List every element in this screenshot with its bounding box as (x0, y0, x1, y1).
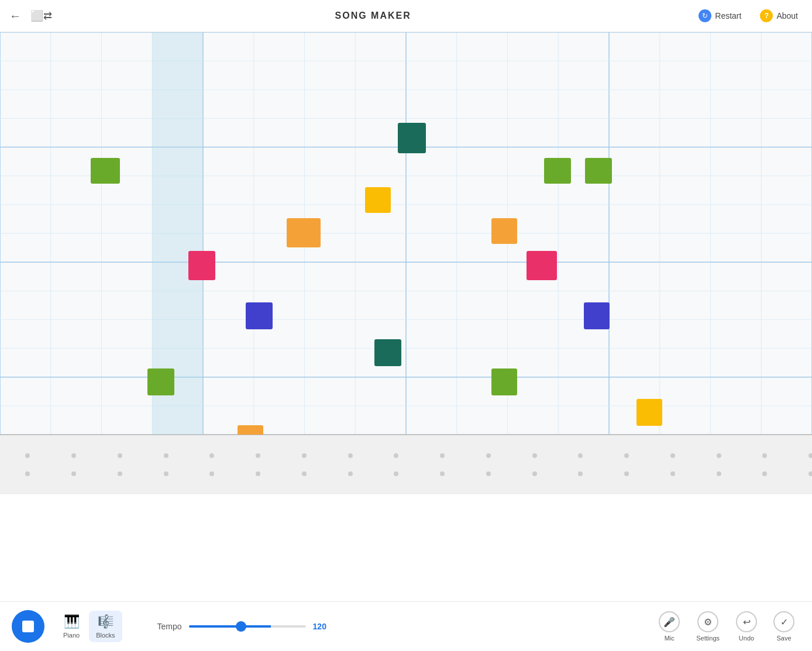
perc-dot-row1-2[interactable] (118, 453, 122, 458)
note-block-4[interactable] (188, 251, 215, 280)
stop-icon (22, 621, 34, 632)
perc-dot-row2-6[interactable] (302, 471, 307, 476)
perc-dot-row1-7[interactable] (348, 453, 353, 458)
percussion-row-2 (0, 471, 812, 476)
perc-dot-row2-17[interactable] (808, 471, 812, 476)
song-grid[interactable] (0, 32, 812, 494)
perc-dot-row1-8[interactable] (394, 453, 398, 458)
tempo-group: Tempo 120 (157, 622, 653, 631)
perc-dot-row2-2[interactable] (118, 471, 122, 476)
perc-dot-row1-14[interactable] (670, 453, 675, 458)
perc-dot-row2-14[interactable] (670, 471, 675, 476)
perc-dot-row2-4[interactable] (209, 471, 214, 476)
perc-dot-row2-1[interactable] (71, 471, 76, 476)
perc-dot-row2-16[interactable] (762, 471, 767, 476)
note-block-9[interactable] (544, 158, 571, 184)
piano-button[interactable]: 🎹 Piano (56, 611, 87, 642)
blocks-button[interactable]: 🎼 Blocks (89, 611, 122, 642)
piano-icon: 🎹 (64, 614, 80, 629)
mic-icon: 🎤 (659, 611, 680, 632)
perc-dot-row1-15[interactable] (717, 453, 721, 458)
perc-dot-row2-0[interactable] (25, 471, 30, 476)
perc-dot-row2-9[interactable] (440, 471, 445, 476)
tempo-slider[interactable] (189, 625, 306, 628)
perc-dot-row1-5[interactable] (256, 453, 260, 458)
percussion-row-1 (0, 453, 812, 458)
note-block-14[interactable] (491, 368, 517, 395)
perc-dot-row1-9[interactable] (440, 453, 445, 458)
note-block-13[interactable] (584, 302, 610, 329)
grid-lines (0, 32, 812, 494)
perc-dot-row1-13[interactable] (624, 453, 629, 458)
perc-dot-row2-5[interactable] (256, 471, 260, 476)
perc-dot-row1-4[interactable] (209, 453, 214, 458)
note-block-7[interactable] (147, 368, 174, 395)
tempo-label: Tempo (157, 622, 182, 631)
perc-dot-row1-1[interactable] (71, 453, 76, 458)
note-block-15[interactable] (636, 399, 662, 426)
blocks-icon: 🎼 (98, 614, 113, 629)
note-block-3[interactable] (287, 218, 321, 247)
perc-dot-row2-13[interactable] (624, 471, 629, 476)
perc-dot-row2-10[interactable] (486, 471, 491, 476)
note-block-5[interactable] (246, 302, 273, 329)
right-controls: 🎤 Mic ⚙ Settings ↩ Undo ✓ Save (653, 608, 800, 645)
app-title: SONG MAKER (335, 11, 411, 21)
header-right: ↻ Restart ? About (694, 7, 803, 25)
restart-icon: ↻ (699, 9, 711, 22)
restart-button[interactable]: ↻ Restart (694, 7, 746, 25)
perc-dot-row1-6[interactable] (302, 453, 307, 458)
perc-dot-row2-11[interactable] (532, 471, 537, 476)
perc-dot-row1-11[interactable] (532, 453, 537, 458)
back-button[interactable]: ← (9, 9, 21, 23)
perc-dot-row2-12[interactable] (578, 471, 583, 476)
header-left: ← ⬜⇄ (9, 9, 52, 23)
perc-dot-row1-10[interactable] (486, 453, 491, 458)
save-button[interactable]: ✓ Save (768, 608, 800, 645)
settings-icon: ⚙ (697, 611, 718, 632)
note-block-12[interactable] (585, 158, 612, 184)
perc-dot-row1-12[interactable] (578, 453, 583, 458)
play-stop-button[interactable] (12, 610, 44, 643)
about-icon: ? (760, 9, 773, 22)
save-icon: ✓ (773, 611, 794, 632)
perc-dot-row1-17[interactable] (808, 453, 812, 458)
perc-dot-row2-15[interactable] (717, 471, 721, 476)
tempo-value: 120 (313, 622, 331, 631)
perc-dot-row1-16[interactable] (762, 453, 767, 458)
about-button[interactable]: ? About (755, 7, 803, 25)
note-block-6[interactable] (374, 339, 401, 366)
mic-button[interactable]: 🎤 Mic (653, 608, 686, 645)
percussion-area[interactable] (0, 435, 812, 494)
bottom-toolbar: 🎹 Piano 🎼 Blocks Tempo 120 🎤 Mic ⚙ Setti… (0, 601, 812, 651)
perc-dot-row2-7[interactable] (348, 471, 353, 476)
undo-icon: ↩ (736, 611, 757, 632)
perc-dot-row2-8[interactable] (394, 471, 398, 476)
header: ← ⬜⇄ SONG MAKER ↻ Restart ? About (0, 0, 812, 32)
note-block-2[interactable] (365, 187, 391, 213)
perc-dot-row1-3[interactable] (164, 453, 168, 458)
perc-dot-row2-3[interactable] (164, 471, 168, 476)
note-block-10[interactable] (491, 218, 517, 244)
move-button[interactable]: ⬜⇄ (30, 9, 52, 22)
instrument-group: 🎹 Piano 🎼 Blocks (56, 611, 122, 642)
settings-button[interactable]: ⚙ Settings (690, 608, 725, 645)
perc-dot-row1-0[interactable] (25, 453, 30, 458)
note-block-1[interactable] (398, 123, 426, 153)
note-block-11[interactable] (527, 251, 557, 280)
undo-button[interactable]: ↩ Undo (730, 608, 763, 645)
note-block-0[interactable] (91, 158, 120, 184)
